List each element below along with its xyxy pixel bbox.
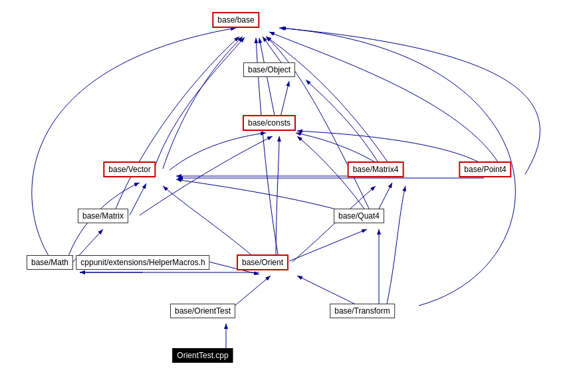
node-cppunit[interactable]: cppunit/extensions/HelperMacros.h [76, 255, 209, 270]
node-base_Matrix[interactable]: base/Matrix [78, 209, 128, 223]
graph-svg [0, 0, 573, 392]
node-base_Vector[interactable]: base/Vector [103, 161, 156, 177]
node-base_consts[interactable]: base/consts [243, 115, 296, 131]
node-base_OrientTest[interactable]: base/OrientTest [170, 304, 235, 318]
graph-container: base/basebase/Objectbase/constsbase/Vect… [0, 0, 573, 392]
node-base_Object[interactable]: base/Object [243, 62, 295, 77]
node-base_Quat4[interactable]: base/Quat4 [334, 209, 384, 223]
node-base_Math[interactable]: base/Math [27, 255, 73, 270]
node-base_Transform[interactable]: base/Transform [330, 304, 395, 318]
node-base_Matrix4[interactable]: base/Matrix4 [348, 161, 404, 177]
node-base_base[interactable]: base/base [212, 12, 259, 28]
node-base_Point4[interactable]: base/Point4 [459, 161, 511, 177]
node-base_Orient[interactable]: base/Orient [237, 254, 288, 270]
node-OrientTest_cpp[interactable]: OrientTest.cpp [172, 348, 233, 363]
